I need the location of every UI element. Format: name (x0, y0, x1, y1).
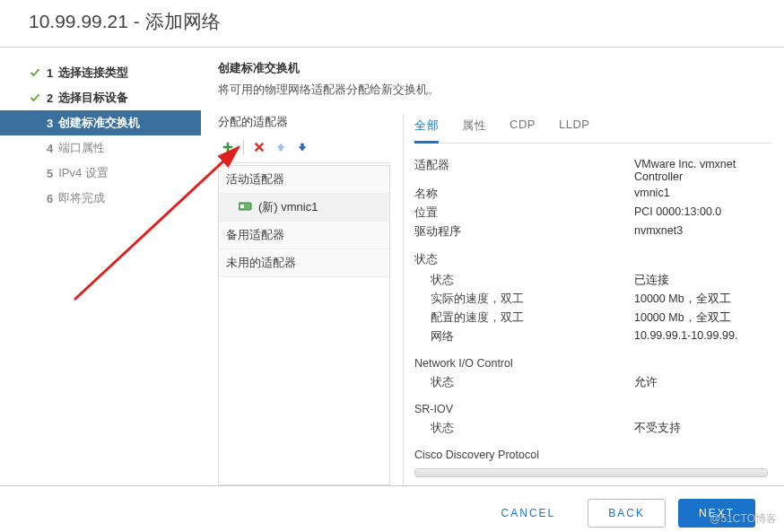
group-standby[interactable]: 备用适配器 (219, 222, 389, 249)
add-icon[interactable] (218, 137, 238, 157)
tab-all[interactable]: 全部 (414, 114, 439, 144)
step-5: 5 IPv4 设置 (0, 161, 201, 186)
section-nioc: Network I/O Control (414, 357, 771, 370)
page-heading: 创建标准交换机 (218, 60, 771, 76)
section-status: 状态 (414, 252, 771, 267)
step-4: 4 端口属性 (0, 135, 201, 161)
step-3[interactable]: 3 创建标准交换机 (0, 110, 201, 135)
adapter-list: 活动适配器 (新) vmnic1 备用适配器 未用的适配器 (218, 165, 390, 485)
watermark: @51CTO博客 (710, 511, 777, 527)
adapter-row[interactable]: (新) vmnic1 (219, 194, 389, 222)
title-action: 添加网络 (145, 11, 221, 31)
adapter-toolbar (218, 137, 390, 163)
tab-cdp[interactable]: CDP (510, 114, 536, 143)
cancel-button[interactable]: CANCEL (482, 499, 576, 528)
step-1[interactable]: 1 选择连接类型 (0, 60, 201, 85)
title-ip: 10.99.99.21 (29, 11, 128, 31)
tab-lldp[interactable]: LLDP (559, 114, 590, 143)
group-active[interactable]: 活动适配器 (219, 166, 389, 194)
details-pane[interactable]: 适配器VMware Inc. vmxnet Controller 名称vmnic… (414, 144, 771, 485)
nic-icon (239, 201, 253, 214)
detail-tabs: 全部 属性 CDP LLDP (414, 114, 771, 144)
move-up-icon[interactable] (271, 137, 291, 157)
step-2[interactable]: 2 选择目标设备 (0, 85, 201, 110)
title-sep: - (128, 11, 145, 31)
tab-properties[interactable]: 属性 (462, 114, 486, 143)
wizard-steps: 1 选择连接类型 2 选择目标设备 3 创建标准交换机 4 端口属性 5 IPv… (0, 48, 202, 485)
move-down-icon[interactable] (292, 137, 312, 157)
section-sriov: SR-IOV (414, 403, 771, 415)
left-panel-title: 分配的适配器 (218, 114, 390, 130)
group-unused[interactable]: 未用的适配器 (219, 249, 389, 277)
section-cdp: Cisco Discovery Protocol (414, 449, 771, 461)
back-button[interactable]: BACK (588, 499, 666, 528)
svg-rect-1 (301, 144, 304, 147)
page-subheading: 将可用的物理网络适配器分配给新交换机。 (218, 82, 771, 98)
svg-rect-3 (240, 205, 244, 208)
dialog-title: 10.99.99.21 - 添加网络 (0, 0, 784, 48)
check-icon (29, 66, 41, 79)
remove-icon[interactable] (249, 137, 269, 157)
check-icon (29, 92, 41, 104)
adapter-label: (新) vmnic1 (258, 199, 318, 215)
step-6: 6 即将完成 (0, 186, 201, 211)
dialog-footer: CANCEL BACK NEXT (0, 485, 784, 528)
svg-rect-0 (279, 147, 283, 151)
horizontal-scrollbar[interactable] (414, 468, 768, 477)
